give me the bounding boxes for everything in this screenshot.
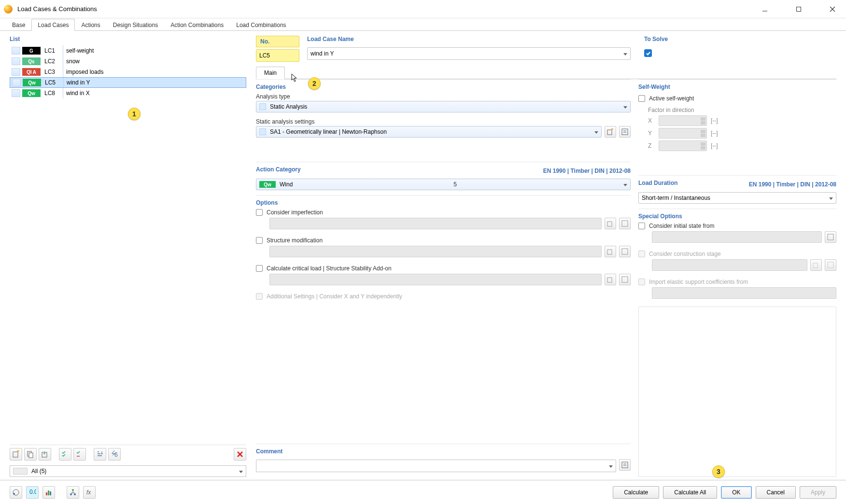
structure-mod-checkbox[interactable] bbox=[256, 237, 263, 244]
tab-action-combinations[interactable]: Action Combinations bbox=[164, 19, 230, 30]
list-item[interactable]: Qw LC5 wind in Y bbox=[10, 77, 246, 88]
construction-new-button bbox=[810, 259, 822, 271]
analysis-type-combo[interactable]: Static Analysis bbox=[256, 101, 631, 112]
category-badge: Qw bbox=[23, 79, 41, 86]
svg-rect-22 bbox=[622, 462, 628, 468]
initial-edit-button[interactable] bbox=[825, 231, 836, 243]
imperfection-edit-button[interactable] bbox=[619, 218, 631, 229]
filter-combo[interactable]: All (5) bbox=[10, 465, 246, 477]
svg-rect-16 bbox=[607, 222, 612, 226]
sub-tab-bar: Main bbox=[256, 67, 836, 79]
svg-rect-21 bbox=[622, 277, 628, 282]
axis-label: Z bbox=[648, 142, 655, 149]
minimize-button[interactable] bbox=[755, 2, 775, 16]
tab-load-cases[interactable]: Load Cases bbox=[31, 19, 75, 31]
ok-button[interactable]: OK bbox=[721, 486, 751, 499]
drag-handle-icon[interactable] bbox=[12, 68, 20, 76]
cancel-button[interactable]: Cancel bbox=[756, 486, 796, 499]
action-category-combo[interactable]: Qw Wind 5 bbox=[256, 179, 631, 190]
list-item[interactable]: QI A LC3 imposed loads bbox=[10, 67, 246, 77]
maximize-button[interactable] bbox=[789, 2, 808, 16]
edit-settings-button[interactable] bbox=[619, 126, 631, 138]
import-button[interactable] bbox=[39, 448, 51, 461]
units-button[interactable]: 0.00 bbox=[26, 486, 39, 499]
tab-design-situations[interactable]: Design Situations bbox=[107, 19, 164, 30]
no-field[interactable]: LC5 bbox=[256, 49, 299, 62]
tree-button[interactable] bbox=[67, 486, 79, 499]
deselect-all-button[interactable] bbox=[73, 448, 86, 461]
load-duration-standard: EN 1990 | Timber | DIN | 2012-08 bbox=[749, 181, 836, 188]
svg-rect-25 bbox=[828, 234, 833, 240]
name-field[interactable]: wind in Y bbox=[307, 47, 631, 60]
svg-point-29 bbox=[13, 493, 15, 495]
lc-name: imposed loads bbox=[65, 69, 246, 75]
fx-button[interactable]: fx bbox=[83, 486, 96, 499]
delete-button[interactable] bbox=[234, 448, 246, 461]
load-duration-combo[interactable]: Short-term / Instantaneous bbox=[638, 192, 836, 204]
titlebar: Load Cases & Combinations bbox=[0, 0, 846, 18]
construction-field bbox=[652, 259, 807, 271]
svg-rect-31 bbox=[46, 492, 47, 495]
drag-handle-icon[interactable] bbox=[12, 89, 20, 97]
drag-handle-icon[interactable] bbox=[12, 79, 21, 86]
new-settings-button[interactable] bbox=[605, 126, 616, 138]
window-title: Load Cases & Combinations bbox=[17, 5, 97, 13]
new-button[interactable] bbox=[10, 448, 22, 461]
help-button[interactable] bbox=[10, 486, 22, 499]
svg-rect-12 bbox=[607, 130, 612, 135]
structure-mod-new-button[interactable] bbox=[605, 246, 616, 257]
initial-state-checkbox[interactable] bbox=[638, 223, 645, 229]
copy-button[interactable] bbox=[24, 448, 37, 461]
svg-rect-33 bbox=[50, 491, 51, 495]
unit-label: [--] bbox=[711, 142, 718, 149]
svg-point-34 bbox=[72, 489, 74, 491]
imperfection-checkbox[interactable] bbox=[256, 209, 263, 216]
list-item[interactable]: G LC1 self-weight bbox=[10, 45, 246, 56]
select-all-button[interactable] bbox=[59, 448, 71, 461]
analysis-type-label: Analysis type bbox=[256, 93, 631, 100]
svg-rect-4 bbox=[13, 452, 18, 457]
tab-base[interactable]: Base bbox=[6, 19, 31, 30]
settings-combo[interactable]: SA1 - Geometrically linear | Newton-Raph… bbox=[256, 126, 602, 138]
calculate-all-button[interactable]: Calculate All bbox=[663, 486, 717, 499]
tab-load-combinations[interactable]: Load Combinations bbox=[230, 19, 292, 30]
special-options-header: Special Options bbox=[638, 213, 836, 220]
drag-handle-icon[interactable] bbox=[12, 57, 20, 65]
svg-rect-6 bbox=[29, 453, 33, 458]
lc-code: LC8 bbox=[44, 90, 63, 97]
chart-button[interactable] bbox=[42, 486, 55, 499]
to-solve-checkbox[interactable] bbox=[644, 49, 652, 57]
annotation-2: 2 bbox=[308, 77, 321, 90]
list-item[interactable]: Qw LC8 wind in X bbox=[10, 88, 246, 98]
comment-field[interactable] bbox=[256, 460, 616, 472]
load-duration-header: Load Duration bbox=[638, 180, 677, 186]
critical-edit-button[interactable] bbox=[619, 274, 631, 285]
close-button[interactable] bbox=[823, 2, 842, 16]
critical-load-field bbox=[269, 274, 602, 285]
chevron-down-icon bbox=[239, 468, 243, 475]
comment-edit-button[interactable] bbox=[619, 459, 631, 471]
chevron-down-icon bbox=[594, 128, 598, 135]
svg-point-37 bbox=[70, 493, 72, 495]
imperfection-field bbox=[269, 218, 602, 229]
structure-mod-edit-button[interactable] bbox=[619, 246, 631, 257]
tab-actions[interactable]: Actions bbox=[75, 19, 106, 30]
critical-new-button[interactable] bbox=[605, 274, 616, 285]
category-badge: QI A bbox=[22, 68, 41, 76]
renumber-button[interactable]: 26 bbox=[108, 448, 121, 461]
calculate-button[interactable]: Calculate bbox=[613, 486, 659, 499]
active-self-weight-checkbox[interactable] bbox=[638, 95, 645, 102]
sub-tab-main[interactable]: Main bbox=[256, 67, 285, 79]
lc-name: self-weight bbox=[65, 47, 246, 54]
comment-header: Comment bbox=[256, 448, 631, 455]
critical-load-checkbox[interactable] bbox=[256, 265, 263, 272]
unit-label: [--] bbox=[711, 117, 718, 124]
apply-button: Apply bbox=[800, 486, 836, 499]
drag-handle-icon[interactable] bbox=[12, 47, 20, 55]
list-item[interactable]: Qs LC2 snow bbox=[10, 56, 246, 67]
svg-rect-19 bbox=[622, 249, 628, 254]
imperfection-new-button[interactable] bbox=[605, 218, 616, 229]
sort-button[interactable] bbox=[94, 448, 106, 461]
additional-checkbox bbox=[256, 293, 263, 300]
factor-spinner bbox=[659, 128, 707, 139]
